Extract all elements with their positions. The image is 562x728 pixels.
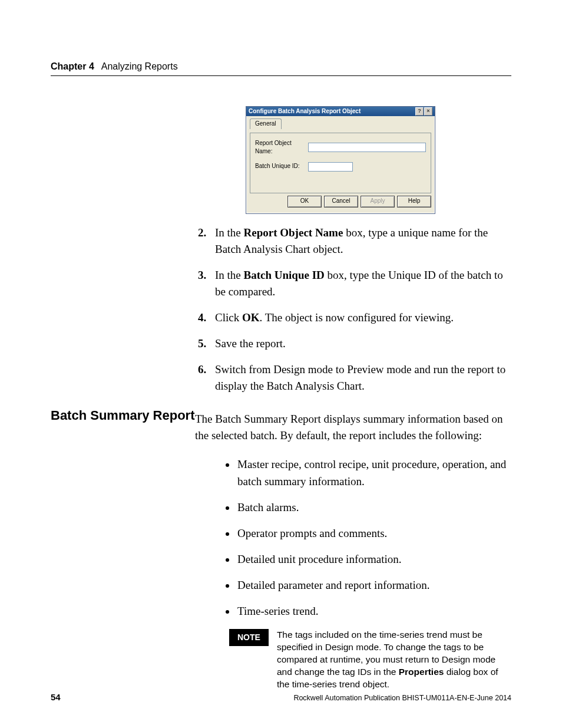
cancel-button[interactable]: Cancel — [324, 196, 358, 207]
bullet-1: Master recipe, control recipe, unit proc… — [236, 456, 511, 489]
dialog-tab-general[interactable]: General — [250, 118, 282, 129]
step-6: Switch from Design mode to Preview mode … — [209, 361, 511, 394]
step-5: Save the report. — [209, 335, 511, 352]
section-heading: Batch Summary Report — [51, 408, 195, 423]
report-object-name-label: Report Object Name: — [255, 139, 308, 156]
bullet-6: Time-series trend. — [236, 603, 511, 620]
page-footer: 54 Rockwell Automation Publication BHIST… — [51, 692, 511, 702]
bullet-list: Master recipe, control recipe, unit proc… — [195, 456, 511, 620]
bullet-3: Operator prompts and comments. — [236, 525, 511, 542]
dialog-screenshot: Configure Batch Analysis Report Object ?… — [246, 106, 511, 214]
ok-button[interactable]: OK — [287, 196, 322, 207]
step-2: In the Report Object Name box, type a un… — [209, 225, 511, 258]
page-number: 54 — [51, 692, 61, 702]
bullet-4: Detailed unit procedure information. — [236, 551, 511, 568]
chapter-title: Analyzing Reports — [101, 61, 178, 72]
dialog-help-icon[interactable]: ? — [415, 107, 424, 116]
dialog-close-icon[interactable]: × — [424, 107, 432, 116]
report-object-name-input[interactable] — [308, 143, 426, 152]
bullet-5: Detailed parameter and report informatio… — [236, 577, 511, 594]
publication-id: Rockwell Automation Publication BHIST-UM… — [293, 694, 511, 702]
batch-unique-id-input[interactable] — [308, 162, 353, 172]
section-intro: The Batch Summary Report displays summar… — [195, 411, 511, 443]
note-text: The tags included on the time-series tre… — [277, 629, 511, 691]
steps-list: In the Report Object Name box, type a un… — [195, 225, 511, 395]
note-badge: NOTE — [229, 629, 269, 645]
dialog-panel: Report Object Name: Batch Unique ID: — [250, 133, 431, 193]
apply-button[interactable]: Apply — [361, 196, 395, 207]
help-button[interactable]: Help — [397, 196, 431, 207]
bullet-2: Batch alarms. — [236, 499, 511, 516]
page-header: Chapter 4 Analyzing Reports — [51, 61, 511, 76]
dialog-titlebar: Configure Batch Analysis Report Object ?… — [246, 107, 435, 116]
note-callout: NOTE The tags included on the time-serie… — [229, 629, 511, 691]
chapter-number: Chapter 4 — [51, 61, 94, 72]
step-3: In the Batch Unique ID box, type the Uni… — [209, 267, 511, 300]
dialog-title-text: Configure Batch Analysis Report Object — [249, 107, 361, 116]
header-rule — [51, 75, 511, 76]
batch-unique-id-label: Batch Unique ID: — [255, 162, 308, 171]
step-4: Click OK. The object is now configured f… — [209, 309, 511, 326]
